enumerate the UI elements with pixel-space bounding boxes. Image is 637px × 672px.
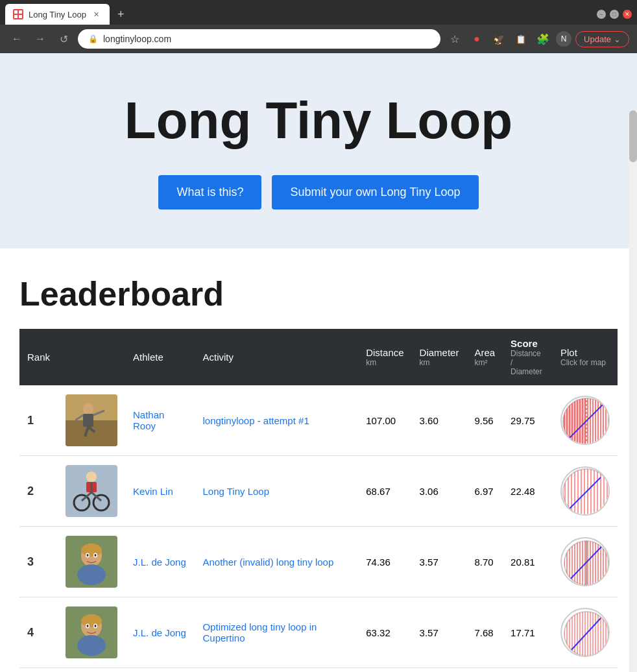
athlete-photo-cell <box>58 527 125 597</box>
plot-cell[interactable] <box>553 385 618 456</box>
active-tab[interactable]: Long Tiny Loop ✕ <box>5 4 110 25</box>
col-plot: Plot Click for map <box>553 329 618 385</box>
athlete-link[interactable]: J.L. de Jong <box>133 557 186 568</box>
athlete-name-cell: Kevin Lin <box>125 456 195 527</box>
athlete-photo-cell <box>58 456 125 527</box>
svg-rect-3 <box>19 15 22 18</box>
col-diameter: Diameter km <box>412 329 467 385</box>
activity-cell: Long Tiny Loop <box>195 456 358 527</box>
reload-button[interactable]: ↺ <box>54 30 73 48</box>
extension-icon1[interactable]: 🦅 <box>490 30 508 48</box>
tab-bar: Long Tiny Loop ✕ + − □ ✕ <box>0 0 637 25</box>
svg-point-117 <box>81 614 102 627</box>
extension-icon2[interactable]: 📋 <box>512 30 530 48</box>
svg-point-122 <box>95 625 97 627</box>
plot-cell[interactable] <box>553 597 618 668</box>
main-content: Leaderboard Rank Athlete Activity Distan… <box>0 248 637 672</box>
diameter-cell: 3.60 <box>412 385 467 456</box>
svg-rect-7 <box>83 414 93 427</box>
score-cell: 22.48 <box>503 456 553 527</box>
update-button[interactable]: Update ⌄ <box>575 31 629 47</box>
rank-cell: 3 <box>19 527 58 597</box>
activity-link[interactable]: Optimized long tiny loop in Cupertino <box>202 621 317 643</box>
score-cell: 17.71 <box>503 597 553 668</box>
athlete-link[interactable]: Nathan Rooy <box>133 409 164 431</box>
svg-point-81 <box>77 564 106 585</box>
leaderboard-table: Rank Athlete Activity Distance km Diamet… <box>19 329 618 668</box>
col-activity: Activity <box>195 329 358 385</box>
url-bar[interactable]: 🔒 longtinyloop.com <box>78 29 440 49</box>
col-distance: Distance km <box>358 329 411 385</box>
update-chevron-icon: ⌄ <box>614 34 621 44</box>
athlete-photo-cell <box>58 385 125 456</box>
toolbar-icons: ☆ ● 🦅 📋 🧩 N Update ⌄ <box>446 30 629 48</box>
athlete-link[interactable]: J.L. de Jong <box>133 627 186 638</box>
activity-cell: longtinyloop - attempt #1 <box>195 385 358 456</box>
score-cell: 29.75 <box>503 385 553 456</box>
bookmark-icon[interactable]: ☆ <box>446 30 464 48</box>
athlete-photo-cell <box>58 597 125 668</box>
maximize-button[interactable]: □ <box>610 10 619 19</box>
tab-favicon <box>13 9 23 19</box>
plot-circle[interactable] <box>560 608 610 657</box>
scrollbar-thumb[interactable] <box>629 110 637 162</box>
hero-title: Long Tiny Loop <box>13 92 624 149</box>
athlete-image <box>66 394 117 446</box>
activity-cell: Another (invalid) long tiny loop <box>195 527 358 597</box>
area-cell: 7.68 <box>466 597 503 668</box>
profile-avatar[interactable]: N <box>556 31 571 47</box>
colorful-icon[interactable]: ● <box>468 30 486 48</box>
extensions-button[interactable]: 🧩 <box>534 30 552 48</box>
table-row: 4 J.L. de Jong Optimized long tiny loop … <box>19 597 618 668</box>
score-cell: 20.81 <box>503 527 553 597</box>
page-content: Long Tiny Loop What is this? Submit your… <box>0 53 637 672</box>
athlete-image <box>66 606 117 658</box>
back-button[interactable]: ← <box>8 30 26 48</box>
rank-cell: 4 <box>19 597 58 668</box>
submit-button[interactable]: Submit your own Long Tiny Loop <box>272 175 478 210</box>
plot-cell[interactable] <box>553 527 618 597</box>
table-row: 1 Nathan Rooy longtinyloop - attempt #1 … <box>19 385 618 456</box>
athlete-link[interactable]: Kevin Lin <box>133 486 173 497</box>
area-cell: 6.97 <box>466 456 503 527</box>
svg-point-118 <box>77 635 106 656</box>
activity-link[interactable]: Long Tiny Loop <box>202 486 269 497</box>
svg-rect-2 <box>14 15 18 18</box>
activity-cell: Optimized long tiny loop in Cupertino <box>195 597 358 668</box>
forward-button[interactable]: → <box>31 30 49 48</box>
distance-cell: 74.36 <box>358 527 411 597</box>
plot-circle[interactable] <box>560 466 610 516</box>
area-cell: 9.56 <box>466 385 503 456</box>
rank-cell: 1 <box>19 385 58 456</box>
table-row: 2 Kevin Lin Long Tiny Loop 68.67 3.06 6.… <box>19 456 618 527</box>
col-photo <box>58 329 125 385</box>
col-score: Score Distance / Diameter <box>503 329 553 385</box>
hero-section: Long Tiny Loop What is this? Submit your… <box>0 53 637 248</box>
activity-link[interactable]: longtinyloop - attempt #1 <box>202 415 309 426</box>
svg-point-80 <box>81 544 102 557</box>
scrollbar[interactable] <box>629 110 637 672</box>
plot-circle[interactable] <box>560 396 610 445</box>
plot-cell[interactable] <box>553 456 618 527</box>
browser-chrome: Long Tiny Loop ✕ + − □ ✕ ← → ↺ 🔒 longtin… <box>0 0 637 53</box>
leaderboard-body: 1 Nathan Rooy longtinyloop - attempt #1 … <box>19 385 618 668</box>
tab-close-button[interactable]: ✕ <box>91 9 102 19</box>
athlete-name-cell: J.L. de Jong <box>125 597 195 668</box>
activity-link[interactable]: Another (invalid) long tiny loop <box>202 557 333 568</box>
svg-rect-0 <box>14 10 18 14</box>
col-rank: Rank <box>19 329 58 385</box>
new-tab-button[interactable]: + <box>112 5 130 24</box>
col-area: Area km² <box>466 329 503 385</box>
distance-cell: 68.67 <box>358 456 411 527</box>
svg-point-6 <box>83 403 93 414</box>
svg-point-84 <box>87 554 89 557</box>
table-header-row: Rank Athlete Activity Distance km Diamet… <box>19 329 618 385</box>
diameter-cell: 3.57 <box>412 597 467 668</box>
close-button[interactable]: ✕ <box>623 10 632 19</box>
plot-circle[interactable] <box>560 537 610 586</box>
svg-point-121 <box>87 625 89 627</box>
what-is-this-button[interactable]: What is this? <box>158 175 261 210</box>
table-row: 3 J.L. de Jong Another (invalid) long ti… <box>19 527 618 597</box>
lock-icon: 🔒 <box>88 34 98 43</box>
minimize-button[interactable]: − <box>597 10 606 19</box>
